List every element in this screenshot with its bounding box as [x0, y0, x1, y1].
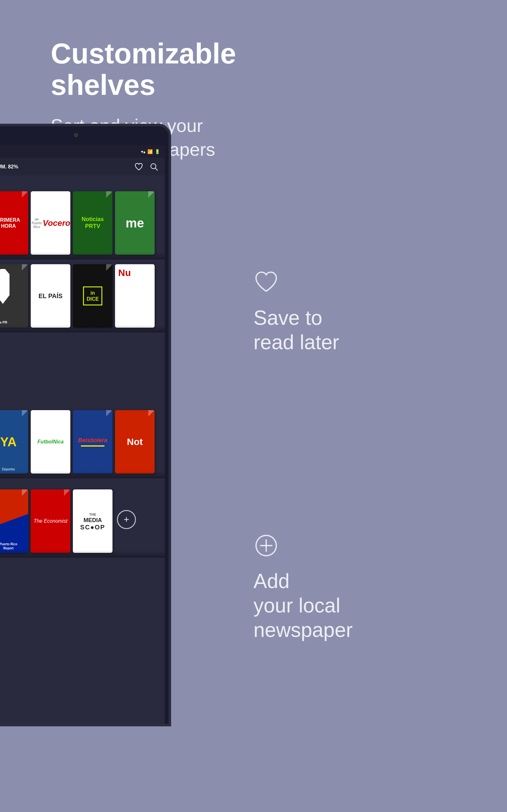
beisbolera-label: Beisbolera [78, 437, 107, 444]
add-icon: + [124, 514, 129, 525]
add-label-line1: Add [253, 570, 290, 593]
newspaper-indice[interactable]: inDICE [73, 264, 112, 328]
pr-report-label: Puerto RicoReport [0, 542, 17, 550]
status-icons: ▾▴ 📶 🔋 [141, 149, 160, 154]
status-bar: ▾▴ 📶 🔋 [0, 145, 165, 158]
shelf-container: PRIMERAHORA de Puerto Rico Vocero Notici… [0, 187, 165, 724]
mediascoop-scoop: SC●OP [80, 524, 105, 531]
newspaper-nu[interactable]: Nu [115, 264, 155, 328]
newspaper-beisbolera[interactable]: Beisbolera [73, 410, 112, 473]
newspaper-ya[interactable]: YA Deportes [0, 410, 28, 473]
save-label-line1: Save to [253, 306, 322, 329]
newspaper-not[interactable]: Not [115, 410, 155, 473]
vocero-label: Vocero [43, 218, 70, 228]
newspaper-economist[interactable]: The Economist [31, 490, 70, 553]
economist-label: The Economist [31, 515, 70, 527]
ya-label: YA [0, 435, 17, 449]
shelf-row-3: Puerto RicoReport The Economist THE MEDI… [0, 485, 165, 558]
indice-label: inDICE [87, 290, 99, 302]
noticias-label: NoticiasPRTV [81, 216, 104, 230]
mediascoop-the: THE [89, 513, 96, 516]
nu-label: Nu [118, 267, 131, 278]
hum-label: HUM. 82% [0, 164, 18, 170]
newspaper-elpais[interactable]: EL PAÍS [31, 264, 70, 328]
futbolnica-label: FutbolNica [38, 439, 64, 445]
feature-add: Add your local newspaper [253, 533, 491, 642]
tablet-body: ▾▴ 📶 🔋 HUM. 82% [0, 124, 171, 726]
shelf-row-4: YA Deportes FutbolNica Beisbolera Not [0, 405, 165, 478]
newspaper-noticias[interactable]: NoticiasPRTV [73, 191, 112, 255]
newspaper-primerahora[interactable]: PRIMERAHORA [0, 191, 28, 255]
toolbar-heart-icon[interactable] [134, 162, 143, 171]
toolbar-search-icon[interactable] [150, 162, 158, 171]
plus-circle-icon-container [253, 533, 491, 560]
add-label-line3: newspaper [253, 618, 353, 641]
page-title: Customizable shelves [51, 38, 336, 101]
not-label: Not [127, 437, 143, 447]
toolbar-icons [134, 162, 158, 171]
primerahora-label: PRIMERAHORA [0, 217, 20, 229]
save-feature-text: Save to read later [253, 306, 491, 355]
signal-icon: 📶 [147, 149, 153, 154]
feature-save: Save to read later [253, 270, 491, 355]
newspaper-pr-report[interactable]: Puerto RicoReport [0, 490, 28, 553]
newspaper-futbolnica[interactable]: FutbolNica [31, 410, 70, 473]
tablet-screen: ▾▴ 📶 🔋 HUM. 82% [0, 145, 165, 724]
newspaper-noticia[interactable]: Noticia PR [0, 264, 28, 328]
wifi-icon: ▾▴ [141, 149, 146, 154]
newspaper-me[interactable]: me [115, 191, 155, 255]
shelf-row-1: PRIMERAHORA de Puerto Rico Vocero Notici… [0, 187, 165, 259]
save-label-line2: read later [253, 331, 339, 354]
svg-line-4 [155, 168, 158, 170]
mediascoop-media: MEDIA [83, 517, 102, 523]
shelf-row-2: Noticia PR EL PAÍS inDICE Nu [0, 259, 165, 333]
heart-icon-container [253, 270, 491, 296]
heart-icon [253, 270, 279, 295]
tablet-device: ▾▴ 📶 🔋 HUM. 82% [0, 124, 171, 726]
app-toolbar: HUM. 82% [0, 158, 165, 175]
noticia-silhouette [0, 269, 14, 304]
noticia-label: Noticia PR [0, 320, 7, 324]
me-label: me [126, 216, 144, 230]
add-feature-text: Add your local newspaper [253, 569, 491, 642]
add-newspaper-button[interactable]: + [117, 510, 136, 529]
add-label-line2: your local [253, 594, 340, 617]
plus-circle-icon [253, 533, 279, 558]
deportes-label: Deportes [0, 467, 28, 471]
battery-icon: 🔋 [155, 149, 160, 154]
camera-dot [74, 133, 78, 137]
elpais-label: EL PAÍS [39, 293, 63, 300]
newspaper-vocero[interactable]: de Puerto Rico Vocero [31, 191, 70, 255]
newspaper-mediascoop[interactable]: THE MEDIA SC●OP [73, 490, 112, 553]
